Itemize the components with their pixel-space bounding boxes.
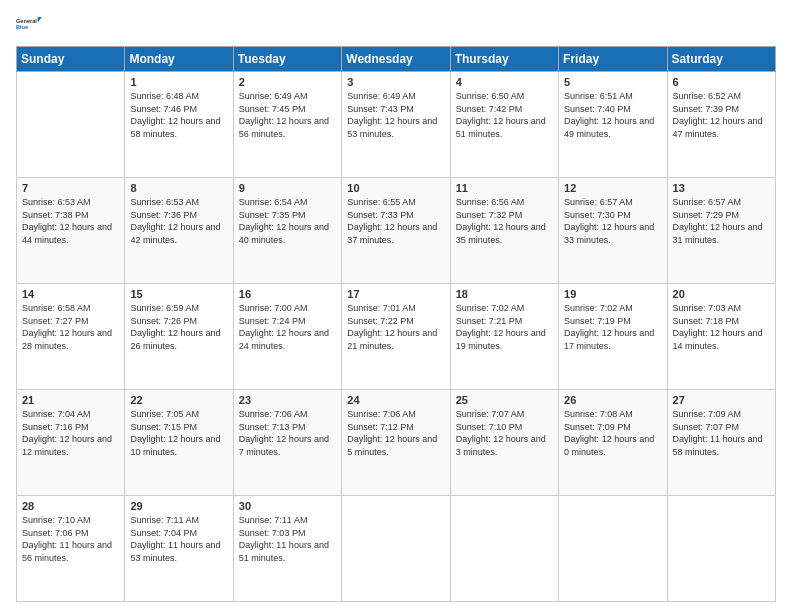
- day-info: Sunrise: 6:50 AM Sunset: 7:42 PM Dayligh…: [456, 90, 553, 140]
- day-info: Sunrise: 7:09 AM Sunset: 7:07 PM Dayligh…: [673, 408, 770, 458]
- day-info: Sunrise: 7:02 AM Sunset: 7:21 PM Dayligh…: [456, 302, 553, 352]
- day-info: Sunrise: 6:58 AM Sunset: 7:27 PM Dayligh…: [22, 302, 119, 352]
- day-number: 9: [239, 182, 336, 194]
- day-info: Sunrise: 7:02 AM Sunset: 7:19 PM Dayligh…: [564, 302, 661, 352]
- calendar-cell: 12Sunrise: 6:57 AM Sunset: 7:30 PM Dayli…: [559, 178, 667, 284]
- calendar-cell: 16Sunrise: 7:00 AM Sunset: 7:24 PM Dayli…: [233, 284, 341, 390]
- day-info: Sunrise: 7:06 AM Sunset: 7:13 PM Dayligh…: [239, 408, 336, 458]
- day-info: Sunrise: 6:49 AM Sunset: 7:45 PM Dayligh…: [239, 90, 336, 140]
- svg-text:General: General: [16, 18, 37, 24]
- day-number: 25: [456, 394, 553, 406]
- calendar-cell: 8Sunrise: 6:53 AM Sunset: 7:36 PM Daylig…: [125, 178, 233, 284]
- calendar-cell: 24Sunrise: 7:06 AM Sunset: 7:12 PM Dayli…: [342, 390, 450, 496]
- day-info: Sunrise: 6:49 AM Sunset: 7:43 PM Dayligh…: [347, 90, 444, 140]
- calendar-cell: 5Sunrise: 6:51 AM Sunset: 7:40 PM Daylig…: [559, 72, 667, 178]
- day-info: Sunrise: 7:04 AM Sunset: 7:16 PM Dayligh…: [22, 408, 119, 458]
- weekday-wednesday: Wednesday: [342, 47, 450, 72]
- calendar-cell: [450, 496, 558, 602]
- day-number: 4: [456, 76, 553, 88]
- day-info: Sunrise: 6:56 AM Sunset: 7:32 PM Dayligh…: [456, 196, 553, 246]
- day-number: 20: [673, 288, 770, 300]
- day-info: Sunrise: 7:06 AM Sunset: 7:12 PM Dayligh…: [347, 408, 444, 458]
- day-info: Sunrise: 7:05 AM Sunset: 7:15 PM Dayligh…: [130, 408, 227, 458]
- calendar-cell: 7Sunrise: 6:53 AM Sunset: 7:38 PM Daylig…: [17, 178, 125, 284]
- day-number: 7: [22, 182, 119, 194]
- day-number: 28: [22, 500, 119, 512]
- calendar-cell: 30Sunrise: 7:11 AM Sunset: 7:03 PM Dayli…: [233, 496, 341, 602]
- day-info: Sunrise: 7:03 AM Sunset: 7:18 PM Dayligh…: [673, 302, 770, 352]
- day-info: Sunrise: 6:54 AM Sunset: 7:35 PM Dayligh…: [239, 196, 336, 246]
- day-number: 30: [239, 500, 336, 512]
- day-number: 15: [130, 288, 227, 300]
- page: GeneralBlue SundayMondayTuesdayWednesday…: [0, 0, 792, 612]
- logo: GeneralBlue: [16, 10, 44, 38]
- day-info: Sunrise: 7:11 AM Sunset: 7:03 PM Dayligh…: [239, 514, 336, 564]
- calendar-cell: 19Sunrise: 7:02 AM Sunset: 7:19 PM Dayli…: [559, 284, 667, 390]
- calendar-cell: 21Sunrise: 7:04 AM Sunset: 7:16 PM Dayli…: [17, 390, 125, 496]
- calendar-cell: [17, 72, 125, 178]
- day-number: 10: [347, 182, 444, 194]
- day-number: 18: [456, 288, 553, 300]
- day-info: Sunrise: 7:00 AM Sunset: 7:24 PM Dayligh…: [239, 302, 336, 352]
- day-info: Sunrise: 6:55 AM Sunset: 7:33 PM Dayligh…: [347, 196, 444, 246]
- calendar-cell: 9Sunrise: 6:54 AM Sunset: 7:35 PM Daylig…: [233, 178, 341, 284]
- day-info: Sunrise: 7:01 AM Sunset: 7:22 PM Dayligh…: [347, 302, 444, 352]
- day-info: Sunrise: 7:11 AM Sunset: 7:04 PM Dayligh…: [130, 514, 227, 564]
- day-info: Sunrise: 6:48 AM Sunset: 7:46 PM Dayligh…: [130, 90, 227, 140]
- day-info: Sunrise: 6:57 AM Sunset: 7:29 PM Dayligh…: [673, 196, 770, 246]
- logo-icon: GeneralBlue: [16, 10, 44, 38]
- week-row-1: 7Sunrise: 6:53 AM Sunset: 7:38 PM Daylig…: [17, 178, 776, 284]
- day-info: Sunrise: 7:10 AM Sunset: 7:06 PM Dayligh…: [22, 514, 119, 564]
- day-number: 16: [239, 288, 336, 300]
- calendar-cell: 26Sunrise: 7:08 AM Sunset: 7:09 PM Dayli…: [559, 390, 667, 496]
- day-info: Sunrise: 7:08 AM Sunset: 7:09 PM Dayligh…: [564, 408, 661, 458]
- day-info: Sunrise: 6:57 AM Sunset: 7:30 PM Dayligh…: [564, 196, 661, 246]
- day-info: Sunrise: 6:59 AM Sunset: 7:26 PM Dayligh…: [130, 302, 227, 352]
- day-number: 24: [347, 394, 444, 406]
- week-row-2: 14Sunrise: 6:58 AM Sunset: 7:27 PM Dayli…: [17, 284, 776, 390]
- day-number: 3: [347, 76, 444, 88]
- day-number: 13: [673, 182, 770, 194]
- svg-text:Blue: Blue: [16, 24, 28, 30]
- day-number: 14: [22, 288, 119, 300]
- weekday-thursday: Thursday: [450, 47, 558, 72]
- calendar-cell: 1Sunrise: 6:48 AM Sunset: 7:46 PM Daylig…: [125, 72, 233, 178]
- calendar-cell: 28Sunrise: 7:10 AM Sunset: 7:06 PM Dayli…: [17, 496, 125, 602]
- weekday-friday: Friday: [559, 47, 667, 72]
- day-number: 8: [130, 182, 227, 194]
- weekday-sunday: Sunday: [17, 47, 125, 72]
- calendar-cell: 13Sunrise: 6:57 AM Sunset: 7:29 PM Dayli…: [667, 178, 775, 284]
- day-number: 17: [347, 288, 444, 300]
- week-row-4: 28Sunrise: 7:10 AM Sunset: 7:06 PM Dayli…: [17, 496, 776, 602]
- calendar-cell: 22Sunrise: 7:05 AM Sunset: 7:15 PM Dayli…: [125, 390, 233, 496]
- calendar-cell: 4Sunrise: 6:50 AM Sunset: 7:42 PM Daylig…: [450, 72, 558, 178]
- svg-marker-2: [38, 17, 42, 23]
- day-info: Sunrise: 6:53 AM Sunset: 7:38 PM Dayligh…: [22, 196, 119, 246]
- weekday-header-row: SundayMondayTuesdayWednesdayThursdayFrid…: [17, 47, 776, 72]
- day-number: 29: [130, 500, 227, 512]
- calendar-cell: 25Sunrise: 7:07 AM Sunset: 7:10 PM Dayli…: [450, 390, 558, 496]
- day-info: Sunrise: 6:52 AM Sunset: 7:39 PM Dayligh…: [673, 90, 770, 140]
- day-number: 1: [130, 76, 227, 88]
- day-number: 11: [456, 182, 553, 194]
- calendar-cell: [667, 496, 775, 602]
- calendar-cell: 15Sunrise: 6:59 AM Sunset: 7:26 PM Dayli…: [125, 284, 233, 390]
- day-info: Sunrise: 6:51 AM Sunset: 7:40 PM Dayligh…: [564, 90, 661, 140]
- calendar-cell: 10Sunrise: 6:55 AM Sunset: 7:33 PM Dayli…: [342, 178, 450, 284]
- day-number: 26: [564, 394, 661, 406]
- day-number: 27: [673, 394, 770, 406]
- calendar-cell: [559, 496, 667, 602]
- calendar-table: SundayMondayTuesdayWednesdayThursdayFrid…: [16, 46, 776, 602]
- calendar-cell: 17Sunrise: 7:01 AM Sunset: 7:22 PM Dayli…: [342, 284, 450, 390]
- calendar-cell: 20Sunrise: 7:03 AM Sunset: 7:18 PM Dayli…: [667, 284, 775, 390]
- weekday-monday: Monday: [125, 47, 233, 72]
- header: GeneralBlue: [16, 10, 776, 38]
- day-number: 5: [564, 76, 661, 88]
- calendar-cell: 14Sunrise: 6:58 AM Sunset: 7:27 PM Dayli…: [17, 284, 125, 390]
- day-number: 23: [239, 394, 336, 406]
- day-number: 22: [130, 394, 227, 406]
- day-number: 6: [673, 76, 770, 88]
- week-row-3: 21Sunrise: 7:04 AM Sunset: 7:16 PM Dayli…: [17, 390, 776, 496]
- day-number: 12: [564, 182, 661, 194]
- calendar-cell: 27Sunrise: 7:09 AM Sunset: 7:07 PM Dayli…: [667, 390, 775, 496]
